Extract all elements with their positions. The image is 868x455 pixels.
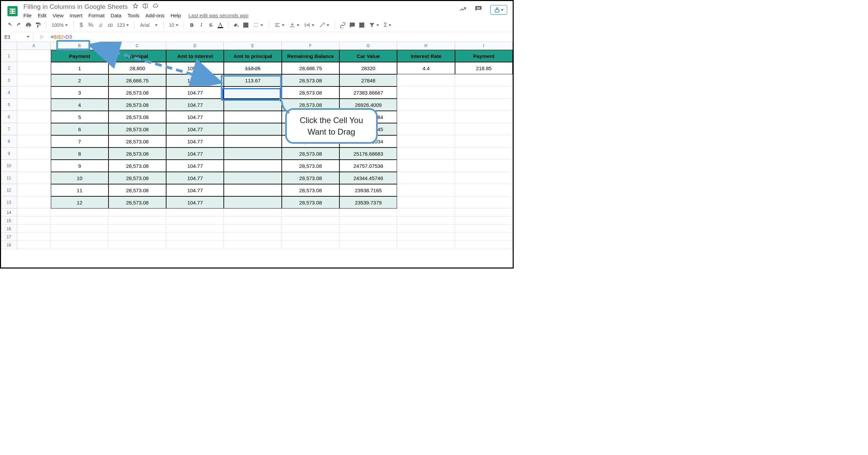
- cell[interactable]: [17, 209, 51, 217]
- menu-insert[interactable]: Insert: [70, 13, 82, 18]
- cell[interactable]: 11: [51, 184, 108, 196]
- cell[interactable]: [455, 86, 513, 99]
- cell[interactable]: [108, 217, 166, 225]
- cell[interactable]: Amt to Interest: [166, 50, 224, 62]
- cell[interactable]: 28320: [339, 62, 397, 74]
- menu-addons[interactable]: Add-ons: [145, 13, 164, 18]
- filter-icon[interactable]: [368, 22, 380, 28]
- cell[interactable]: [17, 184, 51, 196]
- cell[interactable]: [17, 196, 51, 209]
- font-size-dropdown[interactable]: 10: [167, 22, 180, 28]
- cell[interactable]: [51, 217, 108, 225]
- cell[interactable]: 104.77: [166, 172, 224, 184]
- cell[interactable]: [224, 184, 281, 196]
- cell[interactable]: [224, 233, 281, 241]
- last-edit[interactable]: Last edit was seconds ago: [189, 13, 249, 18]
- share-button[interactable]: [490, 5, 507, 15]
- col-header[interactable]: E: [224, 42, 281, 50]
- cell[interactable]: 28,573.08: [108, 111, 166, 123]
- cell[interactable]: [17, 86, 51, 99]
- cell[interactable]: [339, 217, 397, 225]
- cell[interactable]: [397, 147, 455, 160]
- cell[interactable]: 28,573.08: [282, 147, 339, 160]
- menu-file[interactable]: File: [23, 13, 32, 18]
- cell[interactable]: 1: [51, 62, 108, 74]
- number-format-dropdown[interactable]: 123: [116, 22, 130, 28]
- cell[interactable]: [224, 160, 281, 172]
- cell[interactable]: [455, 99, 513, 111]
- cell[interactable]: [282, 225, 339, 233]
- redo-icon[interactable]: [15, 21, 23, 29]
- doc-title[interactable]: Filling in Columns in Google Sheets: [23, 3, 128, 11]
- cell[interactable]: 28,573.08: [282, 86, 339, 99]
- cell[interactable]: 28,573.08: [108, 147, 166, 160]
- link-icon[interactable]: [339, 21, 347, 29]
- cell[interactable]: 28,573.08: [108, 184, 166, 196]
- cell[interactable]: 104.77: [166, 111, 224, 123]
- row-header[interactable]: 5: [1, 99, 17, 111]
- col-header[interactable]: F: [282, 42, 339, 50]
- row-header[interactable]: 14: [1, 209, 17, 217]
- row-header[interactable]: 10: [1, 160, 17, 172]
- menu-view[interactable]: View: [53, 13, 63, 18]
- bold-icon[interactable]: B: [188, 21, 196, 29]
- cloud-icon[interactable]: [152, 3, 159, 11]
- cell[interactable]: [17, 160, 51, 172]
- comments-icon[interactable]: [475, 5, 482, 14]
- formula-input[interactable]: =$I$2-D3: [50, 34, 513, 40]
- cell[interactable]: 104.77: [166, 135, 224, 147]
- cell[interactable]: 113.25: [224, 62, 281, 74]
- fill-color-icon[interactable]: [233, 21, 240, 29]
- cell[interactable]: 28,686.75: [108, 74, 166, 86]
- italic-icon[interactable]: I: [198, 21, 205, 29]
- cell[interactable]: [397, 111, 455, 123]
- cell[interactable]: Remaining Balance: [282, 50, 339, 62]
- cell[interactable]: [397, 74, 455, 86]
- cell[interactable]: 5: [51, 111, 108, 123]
- cell[interactable]: 28,573.08: [108, 160, 166, 172]
- cell[interactable]: [224, 99, 281, 111]
- cell[interactable]: 23539.7379: [339, 196, 397, 209]
- cell[interactable]: [455, 160, 513, 172]
- cell[interactable]: [224, 209, 281, 217]
- cell[interactable]: [166, 217, 224, 225]
- cell[interactable]: 24757.07538: [339, 160, 397, 172]
- cell[interactable]: [17, 225, 51, 233]
- cell[interactable]: [224, 135, 281, 147]
- col-header[interactable]: I: [455, 42, 513, 50]
- activity-icon[interactable]: [459, 5, 467, 14]
- cell[interactable]: [455, 217, 513, 225]
- cell[interactable]: [282, 217, 339, 225]
- cell[interactable]: [397, 241, 455, 249]
- paint-format-icon[interactable]: [34, 21, 42, 29]
- fill-handle[interactable]: [279, 99, 282, 102]
- col-header[interactable]: H: [397, 42, 455, 50]
- cell[interactable]: 28,573.08: [282, 74, 339, 86]
- cell[interactable]: [455, 184, 513, 196]
- cell[interactable]: 218.85: [455, 62, 513, 74]
- cell[interactable]: 28,800: [108, 62, 166, 74]
- row-header[interactable]: 12: [1, 184, 17, 196]
- functions-icon[interactable]: Σ: [382, 22, 393, 28]
- cell[interactable]: [397, 123, 455, 135]
- menu-tools[interactable]: Tools: [127, 13, 139, 18]
- cell[interactable]: [397, 172, 455, 184]
- cell[interactable]: 104.77: [166, 99, 224, 111]
- col-header[interactable]: B: [51, 42, 108, 50]
- cell[interactable]: [397, 233, 455, 241]
- row-header[interactable]: 8: [1, 135, 17, 147]
- cell[interactable]: [455, 172, 513, 184]
- col-header[interactable]: C: [108, 42, 166, 50]
- cell[interactable]: [455, 111, 513, 123]
- cell[interactable]: 9: [51, 160, 108, 172]
- cell[interactable]: [108, 241, 166, 249]
- cell[interactable]: 25176.68683: [339, 147, 397, 160]
- cell[interactable]: 27383.86667: [339, 86, 397, 99]
- font-dropdown[interactable]: Arial: [139, 22, 159, 28]
- row-header[interactable]: 17: [1, 233, 17, 241]
- cell[interactable]: [17, 99, 51, 111]
- cell[interactable]: [17, 123, 51, 135]
- cell[interactable]: [224, 196, 281, 209]
- cell[interactable]: [17, 241, 51, 249]
- cell[interactable]: 28,573.08: [108, 172, 166, 184]
